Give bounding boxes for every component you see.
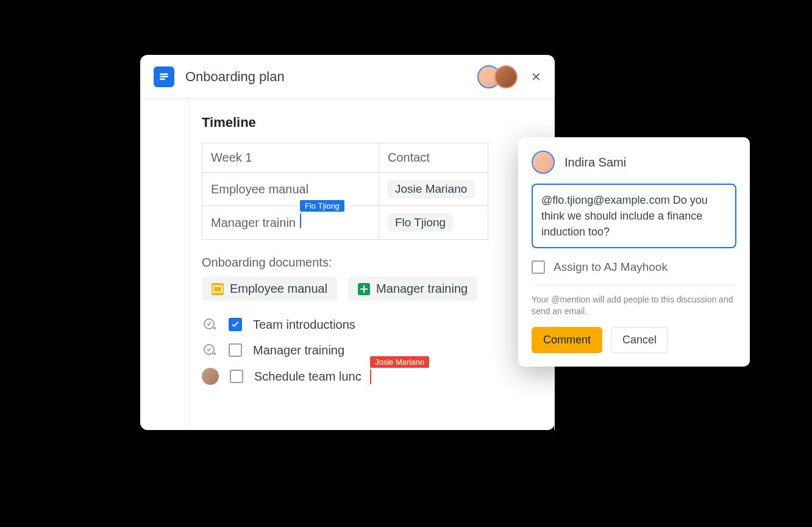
assignee-avatar[interactable] — [202, 368, 219, 385]
task-label[interactable]: Team introductions — [253, 318, 355, 332]
sheets-icon — [358, 283, 370, 295]
table-cell[interactable]: Employee manual — [202, 173, 379, 206]
subheading: Onboarding documents: — [202, 256, 554, 270]
collaborator-avatar-2[interactable] — [494, 65, 518, 88]
task-checkbox[interactable] — [229, 343, 242, 357]
svg-rect-2 — [160, 78, 165, 80]
table-cell[interactable]: Josie Mariano — [379, 173, 488, 206]
table-cell[interactable]: Flo Tjiong — [379, 206, 488, 240]
google-docs-icon — [154, 66, 174, 87]
comment-author-avatar[interactable] — [532, 151, 555, 174]
timeline-table[interactable]: Week 1 Contact Employee manual Josie Mar… — [202, 143, 488, 240]
doc-title[interactable]: Onboarding plan — [185, 69, 285, 85]
doc-page[interactable]: Timeline Week 1 Contact Employee manual … — [189, 99, 555, 430]
comment-button[interactable]: Comment — [532, 327, 602, 353]
task-row: Schedule team lunc Josie Mariano — [202, 368, 554, 385]
collab-cursor-label-red: Josie Mariano — [370, 356, 429, 368]
task-checkbox[interactable] — [229, 318, 242, 331]
svg-rect-1 — [160, 76, 168, 77]
mention-hint: Your @mention will add people to this di… — [532, 294, 736, 317]
assign-checkbox[interactable] — [532, 260, 545, 274]
task-checkbox[interactable] — [230, 370, 243, 383]
comment-popover: Indira Sami @flo.tjiong@example.com Do y… — [518, 137, 750, 367]
linked-doc-chip[interactable]: Manager training — [348, 277, 477, 301]
collab-cursor-red — [370, 370, 371, 384]
cancel-button[interactable]: Cancel — [611, 327, 668, 353]
task-label[interactable]: Schedule team lunc Josie Mariano — [254, 370, 361, 384]
collab-cursor-blue — [300, 213, 301, 228]
assign-label: Assign to AJ Mayhook — [554, 260, 668, 274]
table-header-left[interactable]: Week 1 — [202, 143, 379, 173]
task-row: Team introductions — [202, 317, 554, 332]
task-label[interactable]: Manager training — [253, 343, 344, 357]
svg-rect-0 — [160, 73, 168, 75]
doc-header: Onboarding plan ✕ — [140, 55, 555, 99]
linked-doc-chip[interactable]: Employee manual — [202, 277, 337, 301]
comment-input[interactable]: @flo.tjiong@example.com Do you think we … — [532, 184, 736, 248]
table-cell[interactable]: Manager trainin Flo Tjiong — [202, 206, 379, 240]
assign-task-icon[interactable] — [202, 342, 218, 358]
collaborator-avatars — [477, 65, 518, 88]
table-header-right[interactable]: Contact — [379, 143, 488, 173]
slides-icon — [212, 283, 224, 295]
section-heading: Timeline — [202, 115, 554, 131]
document-card: Onboarding plan ✕ Timeline Week 1 Contac… — [140, 55, 555, 430]
close-icon[interactable]: ✕ — [531, 70, 541, 84]
comment-author-name: Indira Sami — [564, 156, 626, 170]
contact-chip[interactable]: Josie Mariano — [388, 180, 474, 198]
contact-chip[interactable]: Flo Tjiong — [388, 213, 453, 232]
assign-task-icon[interactable] — [202, 317, 218, 332]
collab-cursor-label-blue: Flo Tjiong — [300, 200, 344, 212]
assign-row[interactable]: Assign to AJ Mayhook — [532, 258, 736, 285]
